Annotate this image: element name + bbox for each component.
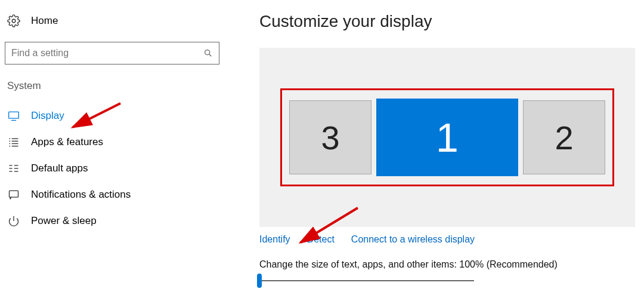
home-label: Home bbox=[31, 15, 58, 27]
detect-link[interactable]: Detect bbox=[307, 234, 335, 245]
slider-thumb[interactable] bbox=[257, 274, 262, 288]
sidebar-item-default-apps[interactable]: Default apps bbox=[5, 155, 233, 182]
sidebar-item-label: Default apps bbox=[31, 162, 88, 174]
svg-point-1 bbox=[205, 50, 210, 55]
slider-track bbox=[259, 280, 474, 281]
defaults-icon bbox=[7, 162, 20, 174]
sidebar-item-notifications[interactable]: Notifications & actions bbox=[5, 182, 233, 208]
connect-wireless-link[interactable]: Connect to a wireless display bbox=[351, 234, 475, 245]
sidebar-item-label: Apps & features bbox=[31, 136, 103, 148]
svg-point-0 bbox=[12, 19, 16, 23]
page-title: Customize your display bbox=[259, 12, 640, 31]
sidebar-item-power-sleep[interactable]: Power & sleep bbox=[5, 208, 233, 234]
monitor-icon bbox=[7, 110, 20, 122]
sidebar-item-label: Display bbox=[31, 110, 64, 122]
monitors-highlight: 3 1 2 bbox=[280, 88, 614, 186]
sidebar-item-label: Power & sleep bbox=[31, 215, 97, 227]
monitor-1[interactable]: 1 bbox=[376, 99, 518, 176]
sidebar-item-display[interactable]: Display bbox=[5, 103, 233, 129]
identify-link[interactable]: Identify bbox=[259, 234, 290, 245]
search-icon bbox=[203, 48, 213, 58]
monitor-2[interactable]: 2 bbox=[523, 100, 605, 174]
message-icon bbox=[7, 189, 20, 201]
sidebar-item-label: Notifications & actions bbox=[31, 189, 131, 201]
svg-rect-19 bbox=[10, 191, 18, 197]
display-arrangement-area[interactable]: 3 1 2 bbox=[259, 48, 635, 227]
search-input[interactable] bbox=[11, 48, 203, 59]
scale-slider[interactable] bbox=[259, 276, 474, 285]
gear-icon bbox=[7, 14, 20, 27]
power-icon bbox=[7, 215, 20, 227]
list-icon bbox=[7, 136, 20, 148]
svg-line-2 bbox=[209, 54, 212, 57]
sidebar-item-apps-features[interactable]: Apps & features bbox=[5, 129, 233, 155]
search-input-container[interactable] bbox=[5, 42, 219, 65]
monitor-3[interactable]: 3 bbox=[289, 100, 371, 174]
sidebar-section-title: System bbox=[7, 80, 233, 92]
svg-rect-3 bbox=[9, 112, 19, 118]
scale-label: Change the size of text, apps, and other… bbox=[259, 259, 640, 270]
home-button[interactable]: Home bbox=[5, 14, 233, 27]
